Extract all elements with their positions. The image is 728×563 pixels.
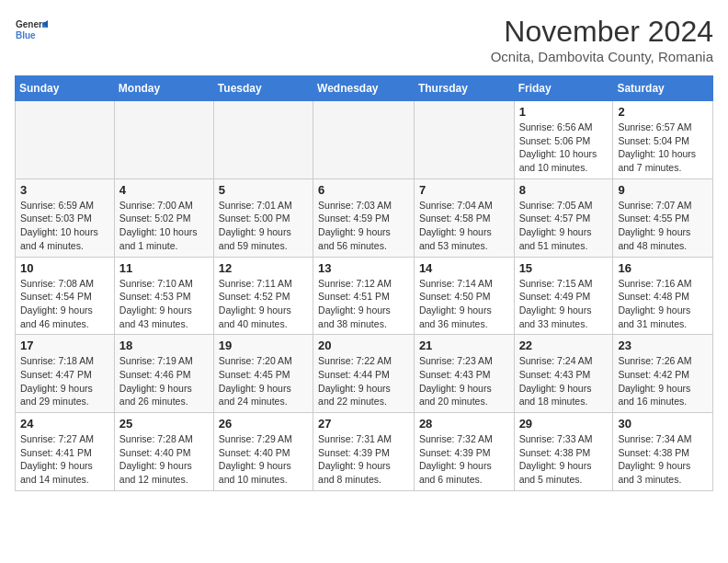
day-number: 12 [219, 261, 308, 275]
day-info: Sunrise: 7:33 AM Sunset: 4:38 PM Dayligh… [519, 432, 609, 487]
day-info: Sunrise: 7:34 AM Sunset: 4:38 PM Dayligh… [618, 432, 708, 487]
calendar-header-row: SundayMondayTuesdayWednesdayThursdayFrid… [16, 76, 713, 101]
day-number: 21 [419, 339, 509, 352]
calendar-day: 3Sunrise: 6:59 AM Sunset: 5:03 PM Daylig… [16, 178, 115, 257]
calendar-day: 12Sunrise: 7:11 AM Sunset: 4:52 PM Dayli… [213, 257, 313, 335]
calendar-day: 18Sunrise: 7:19 AM Sunset: 4:46 PM Dayli… [114, 335, 213, 413]
day-number: 20 [318, 339, 409, 352]
calendar-week-row: 10Sunrise: 7:08 AM Sunset: 4:54 PM Dayli… [16, 257, 713, 335]
day-number: 16 [618, 261, 708, 275]
column-header-friday: Friday [514, 76, 613, 101]
day-number: 23 [618, 339, 708, 352]
day-number: 9 [618, 183, 708, 197]
day-info: Sunrise: 7:16 AM Sunset: 4:48 PM Dayligh… [618, 277, 708, 331]
day-number: 17 [20, 339, 109, 352]
calendar-day: 8Sunrise: 7:05 AM Sunset: 4:57 PM Daylig… [514, 178, 613, 257]
day-number: 28 [419, 417, 509, 431]
day-info: Sunrise: 7:08 AM Sunset: 4:54 PM Dayligh… [20, 277, 109, 331]
day-number: 11 [119, 261, 209, 275]
calendar-day: 24Sunrise: 7:27 AM Sunset: 4:41 PM Dayli… [16, 413, 115, 491]
day-number: 10 [20, 261, 109, 275]
calendar-day: 19Sunrise: 7:20 AM Sunset: 4:45 PM Dayli… [213, 335, 313, 413]
calendar-day: 22Sunrise: 7:24 AM Sunset: 4:43 PM Dayli… [514, 335, 613, 413]
calendar-day: 23Sunrise: 7:26 AM Sunset: 4:42 PM Dayli… [613, 335, 713, 413]
day-number: 18 [119, 339, 209, 352]
day-number: 14 [419, 261, 509, 275]
day-info: Sunrise: 7:10 AM Sunset: 4:53 PM Dayligh… [119, 277, 209, 331]
day-info: Sunrise: 6:56 AM Sunset: 5:06 PM Dayligh… [519, 121, 609, 175]
svg-text:Blue: Blue [16, 30, 36, 40]
calendar-day: 14Sunrise: 7:14 AM Sunset: 4:50 PM Dayli… [414, 257, 514, 335]
day-number: 4 [119, 183, 209, 197]
day-info: Sunrise: 7:31 AM Sunset: 4:39 PM Dayligh… [318, 432, 409, 487]
column-header-saturday: Saturday [613, 76, 713, 101]
logo-icon: General Blue [15, 15, 48, 48]
day-info: Sunrise: 7:24 AM Sunset: 4:43 PM Dayligh… [519, 354, 609, 408]
calendar-day: 4Sunrise: 7:00 AM Sunset: 5:02 PM Daylig… [114, 178, 213, 257]
day-info: Sunrise: 6:59 AM Sunset: 5:03 PM Dayligh… [20, 199, 109, 253]
location-title: Ocnita, Dambovita County, Romania [491, 49, 713, 64]
day-info: Sunrise: 7:04 AM Sunset: 4:58 PM Dayligh… [419, 199, 509, 253]
day-number: 3 [20, 183, 109, 197]
day-info: Sunrise: 7:11 AM Sunset: 4:52 PM Dayligh… [219, 277, 308, 331]
calendar-day: 15Sunrise: 7:15 AM Sunset: 4:49 PM Dayli… [514, 257, 613, 335]
day-info: Sunrise: 7:26 AM Sunset: 4:42 PM Dayligh… [618, 354, 708, 408]
day-number: 2 [618, 105, 708, 119]
logo: General Blue [15, 15, 48, 48]
day-info: Sunrise: 7:22 AM Sunset: 4:44 PM Dayligh… [318, 354, 409, 408]
calendar-day: 9Sunrise: 7:07 AM Sunset: 4:55 PM Daylig… [613, 178, 713, 257]
calendar-day [213, 101, 313, 179]
calendar-day: 26Sunrise: 7:29 AM Sunset: 4:40 PM Dayli… [213, 413, 313, 491]
calendar-day [414, 101, 514, 179]
month-title: November 2024 [491, 15, 713, 49]
calendar-day: 7Sunrise: 7:04 AM Sunset: 4:58 PM Daylig… [414, 178, 514, 257]
day-info: Sunrise: 7:19 AM Sunset: 4:46 PM Dayligh… [119, 354, 209, 408]
day-info: Sunrise: 7:07 AM Sunset: 4:55 PM Dayligh… [618, 199, 708, 253]
column-header-thursday: Thursday [414, 76, 514, 101]
calendar-day: 13Sunrise: 7:12 AM Sunset: 4:51 PM Dayli… [313, 257, 415, 335]
day-info: Sunrise: 7:15 AM Sunset: 4:49 PM Dayligh… [519, 277, 609, 331]
column-header-tuesday: Tuesday [213, 76, 313, 101]
title-area: November 2024 Ocnita, Dambovita County, … [491, 15, 713, 64]
day-info: Sunrise: 7:28 AM Sunset: 4:40 PM Dayligh… [119, 432, 209, 487]
calendar-day: 28Sunrise: 7:32 AM Sunset: 4:39 PM Dayli… [414, 413, 514, 491]
calendar-day [114, 101, 213, 179]
calendar-day: 6Sunrise: 7:03 AM Sunset: 4:59 PM Daylig… [313, 178, 415, 257]
day-number: 15 [519, 261, 609, 275]
day-number: 5 [219, 183, 308, 197]
day-number: 30 [618, 417, 708, 431]
calendar-day: 5Sunrise: 7:01 AM Sunset: 5:00 PM Daylig… [213, 178, 313, 257]
calendar-day: 30Sunrise: 7:34 AM Sunset: 4:38 PM Dayli… [613, 413, 713, 491]
day-number: 29 [519, 417, 609, 431]
calendar-day [16, 101, 115, 179]
calendar-day: 21Sunrise: 7:23 AM Sunset: 4:43 PM Dayli… [414, 335, 514, 413]
day-number: 24 [20, 417, 109, 431]
calendar-day: 10Sunrise: 7:08 AM Sunset: 4:54 PM Dayli… [16, 257, 115, 335]
day-info: Sunrise: 7:05 AM Sunset: 4:57 PM Dayligh… [519, 199, 609, 253]
calendar-week-row: 1Sunrise: 6:56 AM Sunset: 5:06 PM Daylig… [16, 101, 713, 179]
day-number: 7 [419, 183, 509, 197]
day-info: Sunrise: 7:18 AM Sunset: 4:47 PM Dayligh… [20, 354, 109, 408]
day-info: Sunrise: 7:03 AM Sunset: 4:59 PM Dayligh… [318, 199, 409, 253]
day-number: 27 [318, 417, 409, 431]
calendar-day: 16Sunrise: 7:16 AM Sunset: 4:48 PM Dayli… [613, 257, 713, 335]
calendar-day: 1Sunrise: 6:56 AM Sunset: 5:06 PM Daylig… [514, 101, 613, 179]
calendar-day [313, 101, 415, 179]
day-info: Sunrise: 6:57 AM Sunset: 5:04 PM Dayligh… [618, 121, 708, 175]
day-info: Sunrise: 7:14 AM Sunset: 4:50 PM Dayligh… [419, 277, 509, 331]
day-info: Sunrise: 7:29 AM Sunset: 4:40 PM Dayligh… [219, 432, 308, 487]
day-info: Sunrise: 7:01 AM Sunset: 5:00 PM Dayligh… [219, 199, 308, 253]
column-header-monday: Monday [114, 76, 213, 101]
calendar-day: 25Sunrise: 7:28 AM Sunset: 4:40 PM Dayli… [114, 413, 213, 491]
page-header: General Blue November 2024 Ocnita, Dambo… [15, 15, 713, 64]
calendar-day: 27Sunrise: 7:31 AM Sunset: 4:39 PM Dayli… [313, 413, 415, 491]
calendar-week-row: 3Sunrise: 6:59 AM Sunset: 5:03 PM Daylig… [16, 178, 713, 257]
day-number: 22 [519, 339, 609, 352]
calendar-day: 17Sunrise: 7:18 AM Sunset: 4:47 PM Dayli… [16, 335, 115, 413]
column-header-wednesday: Wednesday [313, 76, 415, 101]
day-number: 6 [318, 183, 409, 197]
calendar-day: 2Sunrise: 6:57 AM Sunset: 5:04 PM Daylig… [613, 101, 713, 179]
day-number: 8 [519, 183, 609, 197]
day-info: Sunrise: 7:12 AM Sunset: 4:51 PM Dayligh… [318, 277, 409, 331]
day-info: Sunrise: 7:20 AM Sunset: 4:45 PM Dayligh… [219, 354, 308, 408]
